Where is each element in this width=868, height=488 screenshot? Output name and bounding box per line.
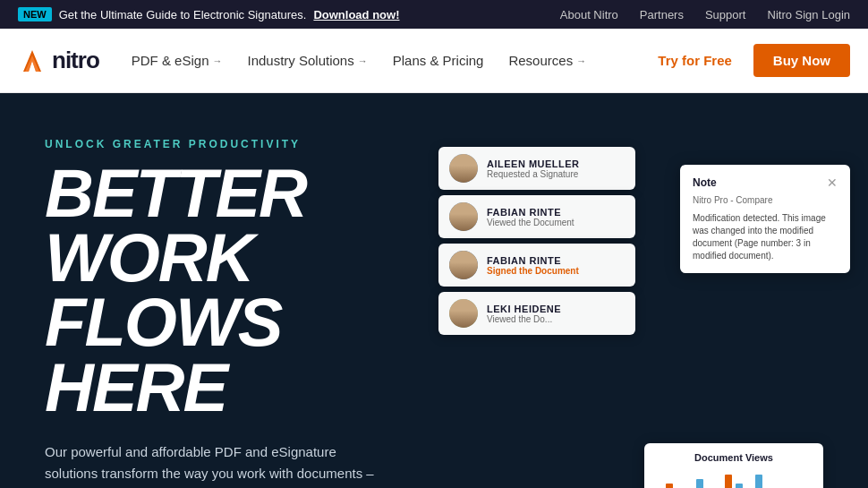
note-title: Note [693, 176, 717, 189]
activity-name: LEKI HEIDENE [487, 304, 561, 314]
bar-group [755, 475, 771, 488]
about-nitro-link[interactable]: About Nitro [560, 8, 618, 21]
partners-link[interactable]: Partners [640, 8, 684, 21]
close-icon[interactable]: ✕ [827, 176, 838, 190]
support-link[interactable]: Support [705, 8, 746, 21]
chart-bars [657, 470, 811, 488]
nav-resources[interactable]: Resources → [508, 53, 586, 68]
hero-headline: BETTERWORK FLOWSHERE [45, 161, 430, 420]
activity-action: Signed the Document [487, 266, 579, 276]
bar-group [657, 484, 673, 488]
activity-card-2: FABIAN RINTE Viewed the Document [438, 195, 635, 238]
chart-bar-primary [736, 484, 743, 488]
arrow-icon: → [358, 56, 368, 66]
nav-industry-solutions[interactable]: Industry Solutions → [247, 53, 367, 68]
avatar [449, 154, 478, 183]
nitro-logo-icon [18, 47, 47, 75]
bar-group [736, 484, 752, 488]
activity-card-4: LEKI HEIDENE Viewed the Do... [438, 292, 635, 335]
hero-eyebrow: UNLOCK GREATER PRODUCTIVITY [45, 138, 430, 150]
bar-group [696, 479, 712, 488]
note-body: Modification detected. This image was ch… [693, 212, 838, 262]
nav-plans-pricing[interactable]: Plans & Pricing [393, 53, 484, 68]
activity-action: Viewed the Document [487, 218, 574, 227]
avatar [449, 251, 478, 279]
chart-bar-primary [755, 475, 762, 488]
main-nav: nitro PDF & eSign → Industry Solutions →… [0, 29, 868, 93]
banner-text: Get the Ultimate Guide to Electronic Sig… [59, 8, 307, 21]
arrow-icon: → [576, 56, 586, 66]
new-badge: NEW [18, 7, 52, 21]
activity-action: Requested a Signature [487, 169, 580, 179]
chart-bar-secondary [725, 475, 732, 488]
avatar [449, 299, 478, 328]
doc-views-title: Document Views [657, 452, 811, 463]
try-free-button[interactable]: Try for Free [651, 49, 739, 72]
nav-pdf-esign[interactable]: PDF & eSign → [132, 53, 223, 68]
activity-name: FABIAN RINTE [487, 255, 579, 266]
nav-left: nitro PDF & eSign → Industry Solutions →… [18, 47, 586, 75]
nitro-sign-login-link[interactable]: Nitro Sign Login [768, 8, 851, 21]
buy-now-button[interactable]: Buy Now [753, 44, 850, 77]
bar-group [716, 475, 732, 488]
chart-bar-primary [696, 479, 703, 488]
avatar [449, 202, 478, 231]
banner-nav: About Nitro Partners Support Nitro Sign … [560, 8, 850, 21]
banner-left: NEW Get the Ultimate Guide to Electronic… [18, 7, 399, 21]
chart-bar-secondary [666, 484, 673, 488]
logo-text: nitro [52, 47, 99, 74]
activity-action: Viewed the Do... [487, 314, 561, 324]
activity-card-3: FABIAN RINTE Signed the Document [438, 244, 635, 287]
top-banner: NEW Get the Ultimate Guide to Electronic… [0, 0, 868, 29]
activity-cards: AILEEN MUELLER Requested a Signature FAB… [438, 147, 635, 335]
download-link[interactable]: Download now! [313, 8, 399, 21]
hero-section: UNLOCK GREATER PRODUCTIVITY BETTERWORK F… [0, 93, 868, 488]
arrow-icon: → [212, 56, 222, 66]
hero-subtext: Our powerful and affordable PDF and eSig… [45, 441, 385, 488]
activity-card-1: AILEEN MUELLER Requested a Signature [438, 147, 635, 190]
note-subtitle: Nitro Pro - Compare [693, 195, 838, 205]
nav-right: Try for Free Buy Now [651, 44, 850, 77]
activity-name: AILEEN MUELLER [487, 158, 580, 169]
activity-name: FABIAN RINTE [487, 207, 574, 218]
hero-content: UNLOCK GREATER PRODUCTIVITY BETTERWORK F… [0, 93, 465, 488]
document-views-card: Document Views [644, 443, 823, 488]
note-card: Note ✕ Nitro Pro - Compare Modification … [680, 165, 850, 273]
logo[interactable]: nitro [18, 47, 99, 75]
nav-links: PDF & eSign → Industry Solutions → Plans… [132, 53, 586, 68]
